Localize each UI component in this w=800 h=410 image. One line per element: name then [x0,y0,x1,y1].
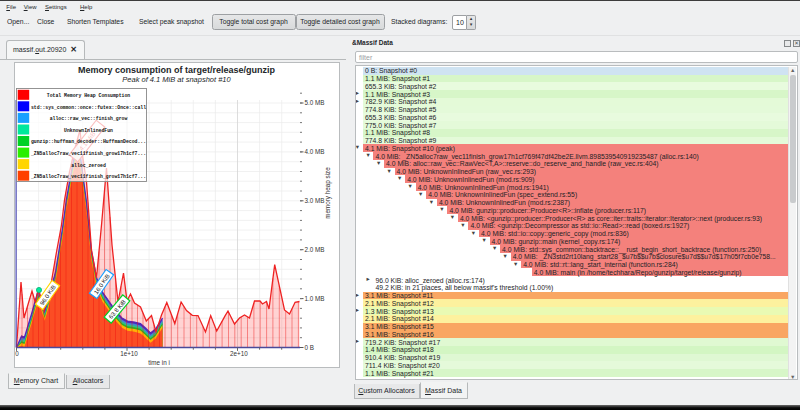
svg-text:1.0 MB: 1.0 MB [304,295,324,302]
svg-text:4.0 MB: 4.0 MB [304,148,324,155]
svg-text:alloc_zeroed: alloc_zeroed [71,163,106,168]
svg-text:UnknownInlinedFun: UnknownInlinedFun [64,128,113,133]
svg-text:_ZN5alloc7raw_vec11finish_grow: _ZN5alloc7raw_vec11finish_grow17h1cf7... [29,174,145,179]
svg-text:0: 0 [15,350,19,357]
svg-text:2e+10: 2e+10 [229,350,247,357]
svg-text:1e+10: 1e+10 [120,350,138,357]
svg-text:alloc::raw_vec::finish_grow: alloc::raw_vec::finish_grow [49,116,127,121]
svg-text:gunzip::huffman_decoder::Huffm: gunzip::huffman_decoder::HuffmanDecod... [30,139,145,144]
svg-text:_ZN5alloc7raw_vec11finish_grow: _ZN5alloc7raw_vec11finish_grow17h1cf7... [29,151,145,156]
svg-text:time in i: time in i [148,359,170,366]
svg-text:3.0 MB: 3.0 MB [304,197,324,204]
svg-text:0 B: 0 B [304,344,313,351]
svg-text:5.0 MB: 5.0 MB [304,99,324,106]
svg-text:2.0 MB: 2.0 MB [304,246,324,253]
svg-text:memory heap size: memory heap size [323,167,331,219]
svg-text:std::sys_common::once::futex::: std::sys_common::once::futex::Once::call [30,105,145,110]
svg-text:Total Memory Heap Consumption: Total Memory Heap Consumption [46,93,130,98]
